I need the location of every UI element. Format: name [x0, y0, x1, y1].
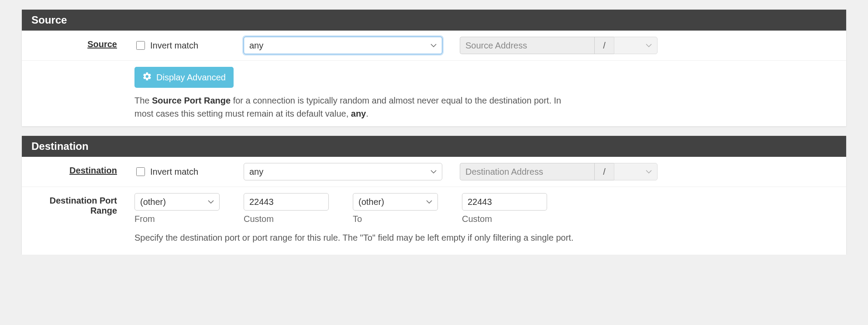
source-type-select[interactable]: any	[244, 37, 442, 54]
port-from-custom-input[interactable]	[244, 193, 329, 211]
source-address-group: Source Address /	[460, 37, 658, 54]
destination-help-text: Specify the destination port or port ran…	[134, 230, 838, 249]
port-to-custom-input[interactable]	[462, 193, 547, 211]
destination-row: Destination Invert match any Destination…	[22, 157, 846, 187]
gear-icon	[142, 72, 152, 83]
port-to-custom-sublabel: Custom	[462, 214, 547, 224]
port-to-select[interactable]: (other)	[353, 193, 438, 211]
destination-type-select[interactable]: any	[244, 163, 442, 180]
source-help-text: The Source Port Range for a connection i…	[134, 94, 571, 120]
destination-panel-header: Destination	[22, 136, 846, 157]
port-from-sublabel: From	[134, 214, 220, 224]
destination-port-range-label: Destination Port Range	[30, 193, 134, 216]
port-from-select[interactable]: (other)	[134, 193, 220, 211]
destination-label: Destination	[30, 163, 134, 176]
source-invert-label: Invert match	[150, 41, 198, 51]
destination-invert-label: Invert match	[150, 167, 198, 177]
display-advanced-label: Display Advanced	[156, 73, 226, 83]
source-panel-header: Source	[22, 10, 846, 31]
destination-invert-checkbox[interactable]	[136, 167, 145, 176]
destination-mask-select	[614, 163, 658, 180]
display-advanced-button[interactable]: Display Advanced	[134, 67, 234, 88]
source-label: Source	[30, 37, 134, 49]
destination-panel: Destination Destination Invert match any	[22, 136, 846, 255]
destination-address-input: Destination Address	[460, 163, 594, 180]
source-row: Source Invert match any Source Address	[22, 31, 846, 61]
source-invert-match[interactable]: Invert match	[134, 37, 226, 54]
source-invert-checkbox[interactable]	[136, 41, 145, 50]
source-advanced-row: Display Advanced The Source Port Range f…	[22, 61, 846, 126]
source-mask-divider: /	[594, 37, 614, 54]
destination-invert-match[interactable]: Invert match	[134, 163, 226, 180]
source-panel: Source Source Invert match any S	[22, 10, 846, 126]
source-mask-select	[614, 37, 658, 54]
destination-help-row: Specify the destination port or port ran…	[22, 230, 846, 255]
source-address-input: Source Address	[460, 37, 594, 54]
port-to-sublabel: To	[353, 214, 438, 224]
destination-port-range-row: Destination Port Range (other) From Cust…	[22, 187, 846, 230]
destination-address-group: Destination Address /	[460, 163, 658, 180]
destination-mask-divider: /	[594, 163, 614, 180]
port-from-custom-sublabel: Custom	[244, 214, 329, 224]
